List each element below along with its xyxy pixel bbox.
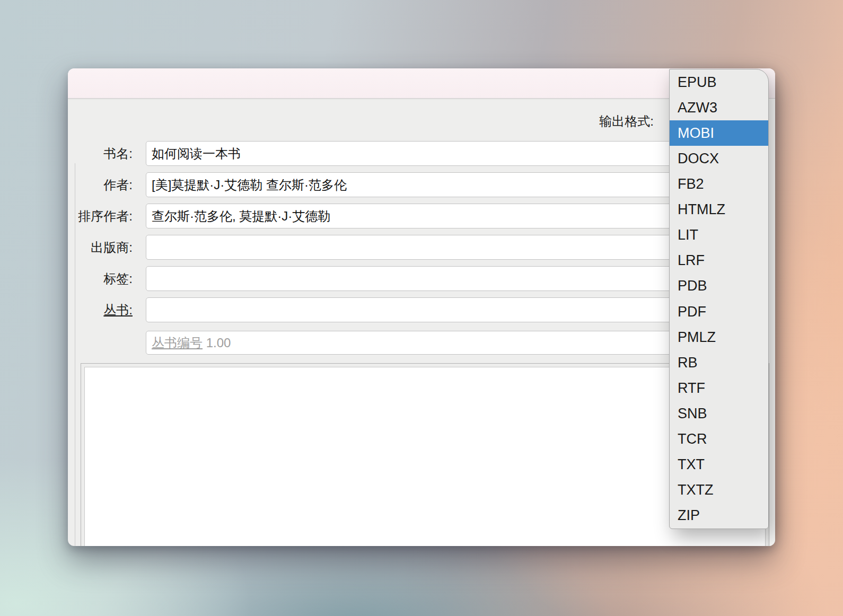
tags-label: 标签: <box>68 266 133 291</box>
output-format-dropdown: EPUB AZW3 MOBI DOCX FB2 HTMLZ LIT LRF PD… <box>669 69 769 529</box>
title-value: 如何阅读一本书 <box>152 146 241 161</box>
series-number-placeholder-value: 1.00 <box>206 336 231 350</box>
format-option-mobi[interactable]: MOBI <box>670 120 768 146</box>
format-option-fb2[interactable]: FB2 <box>670 171 768 197</box>
comments-editor[interactable] <box>84 367 766 546</box>
format-option-htmlz[interactable]: HTMLZ <box>670 197 768 223</box>
format-option-pdb[interactable]: PDB <box>670 274 768 299</box>
publisher-label: 出版商: <box>68 235 133 260</box>
format-option-zip[interactable]: ZIP <box>670 503 768 529</box>
format-option-txt[interactable]: TXT <box>670 452 768 478</box>
author-sort-label: 排序作者: <box>68 204 133 228</box>
format-option-snb[interactable]: SNB <box>670 401 768 426</box>
title-label: 书名: <box>68 141 133 166</box>
format-option-epub[interactable]: EPUB <box>670 69 768 95</box>
format-option-rtf[interactable]: RTF <box>670 375 768 401</box>
comments-container <box>81 363 769 546</box>
desktop-background: 输出格式: 书名: 如何阅读一本书 作者: [美]莫提默·J·艾德勒 查尔斯·范… <box>0 0 843 616</box>
output-format-label: 输出格式: <box>599 113 654 130</box>
format-option-rb[interactable]: RB <box>670 350 768 375</box>
format-option-pdf[interactable]: PDF <box>670 299 768 324</box>
series-number-placeholder-label: 丛书编号 <box>152 336 203 350</box>
format-option-docx[interactable]: DOCX <box>670 146 768 171</box>
series-label: 丛书: <box>68 297 133 322</box>
authors-label: 作者: <box>68 172 133 197</box>
format-option-lrf[interactable]: LRF <box>670 248 768 274</box>
format-option-lit[interactable]: LIT <box>670 223 768 248</box>
format-option-txtz[interactable]: TXTZ <box>670 478 768 503</box>
authors-value: [美]莫提默·J·艾德勒 查尔斯·范多伦 <box>152 178 347 192</box>
format-option-tcr[interactable]: TCR <box>670 427 768 452</box>
format-option-azw3[interactable]: AZW3 <box>670 95 768 120</box>
author-sort-value: 查尔斯·范多伦, 莫提默·J·艾德勒 <box>152 209 330 223</box>
format-option-pmlz[interactable]: PMLZ <box>670 324 768 350</box>
